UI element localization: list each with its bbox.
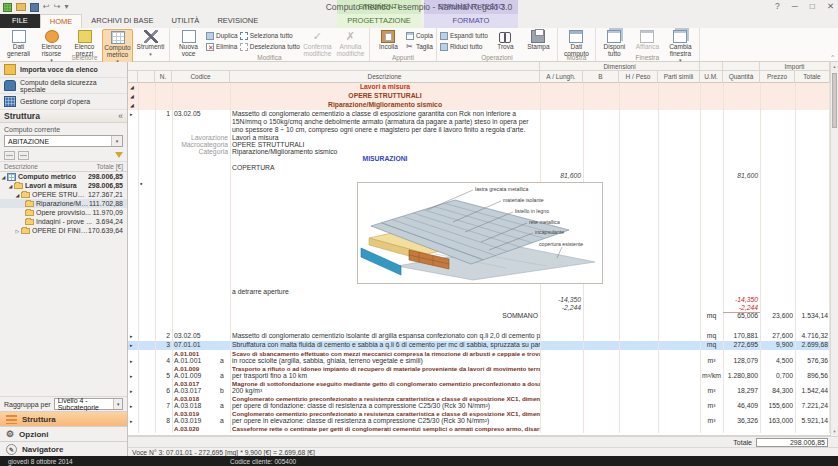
tree-expanded-icon[interactable]: ◢: [7, 183, 14, 189]
tree-item-opere-strutturali[interactable]: ◢ OPERE STRUTTURALI 127.367,21: [0, 190, 127, 199]
item-row-1[interactable]: ▸ 1 03.02.05 Massetto di conglomerato ce…: [128, 110, 830, 134]
nav-navigatore-button[interactable]: ✎ Navigatore: [0, 441, 127, 456]
raggruppa-per-row: Raggruppa per Livello 4 - Subcategorie ▾: [0, 396, 127, 411]
scroll-up-icon[interactable]: ▲: [831, 62, 838, 71]
tree-collapsed-icon[interactable]: ▷: [14, 228, 21, 234]
stampa-button[interactable]: Stampa: [523, 29, 554, 51]
measure-row-copertura[interactable]: COPERTURA: [128, 164, 830, 172]
col-n[interactable]: N.: [155, 71, 172, 83]
col-h-peso[interactable]: H / Peso: [619, 71, 658, 83]
col-a-lungh[interactable]: A / Lungh.: [540, 71, 583, 83]
col-b[interactable]: B: [583, 71, 619, 83]
expand-tree-icon[interactable]: [4, 151, 15, 160]
tab-progettazione[interactable]: PROGETTAZIONE: [337, 14, 421, 28]
collapse-all-icon: [440, 43, 448, 51]
deseleziona-tutto-button[interactable]: Deseleziona tutto: [240, 42, 300, 51]
tab-utilita[interactable]: UTILITÀ: [162, 14, 208, 28]
seleziona-tutto-button[interactable]: Seleziona tutto: [240, 31, 300, 40]
document-icon: [12, 30, 26, 43]
image-label: incapsulante: [535, 229, 564, 235]
tab-formato[interactable]: FORMATO: [424, 14, 518, 28]
dati-computo-button[interactable]: Dati computo: [561, 29, 592, 57]
nav-struttura-button[interactable]: Struttura: [0, 411, 127, 426]
incolla-button[interactable]: Incolla: [373, 29, 404, 51]
taglia-button[interactable]: ✂ Taglia: [406, 42, 433, 51]
item-row-8[interactable]: A.03.019 Conglomerato cementizio preconf…: [128, 410, 830, 425]
item-row-4[interactable]: A.01.001 Scavo di sbancamento effettuato…: [128, 350, 830, 365]
item-row-7[interactable]: A.03.018 Conglomerato cementizio preconf…: [128, 395, 830, 410]
computo-icon: [7, 173, 16, 181]
strumenti-button[interactable]: Strumenti ▾: [135, 29, 166, 57]
redo-icon[interactable]: ↪: [54, 2, 61, 12]
col-parti-simili[interactable]: Parti simili: [658, 71, 700, 83]
building-icon: [4, 96, 16, 107]
measure-row-neg2[interactable]: -2,244 -2,244: [128, 304, 830, 312]
col-prezzo[interactable]: Prezzo: [760, 71, 795, 83]
tree-item-computo-metrico[interactable]: ◢ Computo metrico 298.006,85: [0, 172, 127, 181]
tree-item-opere-provvisionali[interactable]: Opere provvisio... 11.970,09: [0, 208, 127, 217]
collapse-panel-icon[interactable]: «: [118, 111, 123, 121]
undo-icon[interactable]: ↩: [43, 2, 50, 12]
save-icon[interactable]: [30, 3, 39, 12]
help-button[interactable]: ?: [775, 1, 780, 11]
tree-item-indagini[interactable]: Indagini - prove ... 3.694,24: [0, 217, 127, 226]
ribbon-group-modifica: Nuova voce Duplica Elimina Seleziona tut…: [170, 28, 370, 61]
image-row: ▪: [128, 180, 830, 288]
disponi-tutto-button[interactable]: Disponi tutto: [599, 29, 630, 57]
duplica-button[interactable]: Duplica: [206, 31, 238, 40]
elenco-prezzi-button[interactable]: Elenco prezzi: [69, 29, 100, 57]
section-row-riparazione[interactable]: ◢ Riparazione/Miglioramento sismico: [128, 101, 830, 110]
tree-item-lavori-a-misura[interactable]: ◢ Lavori a misura 298.006,85: [0, 181, 127, 190]
dati-generali-button[interactable]: Dati generali: [3, 29, 34, 57]
item-row-3-selected[interactable]: ▸ 3 07.01.01 Sbruffatura con malta fluid…: [128, 341, 830, 350]
trova-button[interactable]: Trova: [490, 29, 521, 51]
collapse-tree-icon[interactable]: [18, 151, 29, 160]
tab-revisione[interactable]: REVISIONE: [208, 14, 267, 28]
total-value: 298.006,85: [756, 438, 828, 447]
item-row-2[interactable]: ▸ 2 03.02.05 Massetto di conglomerato ce…: [128, 332, 830, 341]
section-row-opere-strutturali[interactable]: ◢ OPERE STRUTTURALI: [128, 92, 830, 101]
raggruppa-select[interactable]: Livello 4 - Subcategorie ▾: [54, 398, 123, 410]
nuova-voce-button[interactable]: Nuova voce: [173, 29, 204, 57]
col-totale[interactable]: Totale: [795, 71, 830, 83]
tab-home[interactable]: HOME: [40, 14, 83, 28]
open-folder-icon[interactable]: [16, 3, 26, 11]
contextual-group-strumenti: STRUMENTI: [337, 0, 421, 14]
measure-row-detrarre[interactable]: a detrarre aperture: [128, 288, 830, 296]
tree-expanded-icon[interactable]: ◢: [14, 192, 21, 198]
ribbon-collapse-icon[interactable]: ^: [831, 54, 834, 60]
col-codice[interactable]: Codice: [172, 71, 230, 83]
riduci-tutto-button[interactable]: Riduci tutto: [440, 42, 488, 51]
filter-icon[interactable]: [115, 152, 123, 158]
tree-item-opere-di-finitura[interactable]: ▷ OPERE DI FINITURA 170.639,64: [0, 226, 127, 235]
col-descrizione[interactable]: Descrizione: [230, 71, 540, 83]
col-quantita[interactable]: Quantità: [723, 71, 760, 83]
espandi-tutto-button[interactable]: Espandi tutto: [440, 31, 488, 40]
computo-sicurezza-button[interactable]: Computo della sicurezza speciale: [0, 78, 127, 94]
tree-expanded-icon[interactable]: ◢: [0, 174, 7, 180]
qat-customize-icon[interactable]: ▾: [64, 2, 68, 12]
item-row-9-partial[interactable]: A.03.020 Casseforme rette o centinate pe…: [128, 425, 830, 433]
measure-row-neg1[interactable]: -14,350 -14,350: [128, 296, 830, 304]
item-row-6[interactable]: A.03.017 Magrone di sottofondazione eseg…: [128, 380, 830, 395]
copia-button[interactable]: Copia: [406, 31, 433, 40]
printer-icon: [531, 30, 545, 43]
item-row-5[interactable]: A.01.009 Trasporto a rifiuto o ad idoneo…: [128, 365, 830, 380]
gestione-corpi-button[interactable]: Gestione corpi d'opera: [0, 94, 127, 110]
tab-file[interactable]: FILE: [0, 14, 40, 28]
scroll-down-icon[interactable]: ▼: [831, 427, 838, 436]
computo-corrente-select[interactable]: ABITAZIONE ▾: [4, 135, 123, 147]
elimina-button[interactable]: Elimina: [206, 42, 238, 51]
vertical-scrollbar[interactable]: ▲ ▼: [830, 62, 838, 436]
scrollbar-thumb[interactable]: [832, 73, 837, 128]
tree-item-riparazione[interactable]: Riparazione/Migl... 111.702,88: [0, 199, 127, 208]
maximize-button[interactable]: □: [810, 1, 815, 11]
minimize-button[interactable]: ─: [792, 1, 798, 11]
tab-archivi-di-base[interactable]: ARCHIVI DI BASE: [82, 14, 162, 28]
col-um[interactable]: U.M.: [700, 71, 723, 83]
measure-row-values[interactable]: 81,600 81,600: [128, 172, 830, 180]
close-button[interactable]: ✕: [827, 1, 834, 11]
importa-voce-button[interactable]: Importa voce da elenco: [0, 62, 127, 78]
nav-opzioni-button[interactable]: ⚙ Opzioni: [0, 426, 127, 441]
section-row-lavori-a-misura[interactable]: ◢ Lavori a misura: [128, 83, 830, 92]
